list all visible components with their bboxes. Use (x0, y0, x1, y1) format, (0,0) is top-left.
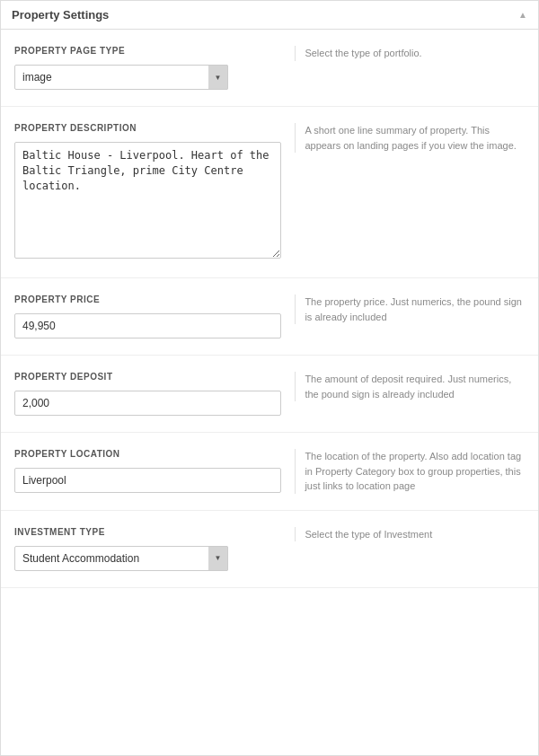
field-left-property-deposit: PROPERTY DEPOSIT (14, 372, 295, 416)
field-description-property-price: The property price. Just numerics, the p… (305, 294, 525, 324)
field-left-property-description: PROPERTY DESCRIPTION (14, 123, 295, 261)
field-right-property-description: A short one line summary of property. Th… (295, 123, 525, 153)
field-description-property-page-type: Select the type of portfolio. (305, 46, 525, 61)
page-container: Property Settings ▲ PROPERTY PAGE TYPEim… (0, 0, 539, 756)
field-label-property-deposit: PROPERTY DEPOSIT (14, 372, 281, 382)
field-row-investment-type: INVESTMENT TYPEStudent AccommodationBuy … (1, 511, 538, 588)
field-right-property-location: The location of the property. Also add l… (295, 449, 525, 494)
field-row-property-description: PROPERTY DESCRIPTIONA short one line sum… (1, 107, 538, 278)
field-right-property-deposit: The amount of deposit required. Just num… (295, 372, 525, 401)
field-right-property-price: The property price. Just numerics, the p… (295, 294, 525, 324)
field-row-property-price: PROPERTY PRICEThe property price. Just n… (1, 278, 538, 356)
select-wrapper-property-page-type: imagevideogallery (14, 65, 228, 90)
select-wrapper-investment-type: Student AccommodationBuy to LetCommercia… (14, 546, 228, 571)
field-description-property-location: The location of the property. Also add l… (305, 449, 525, 494)
field-row-property-location: PROPERTY LOCATIONThe location of the pro… (1, 433, 538, 511)
field-description-property-deposit: The amount of deposit required. Just num… (305, 372, 525, 401)
select-property-page-type[interactable]: imagevideogallery (14, 65, 228, 90)
field-left-property-price: PROPERTY PRICE (14, 294, 295, 338)
input-property-location[interactable] (14, 468, 281, 493)
field-left-property-page-type: PROPERTY PAGE TYPEimagevideogallery (14, 46, 295, 90)
input-property-price[interactable] (14, 313, 281, 338)
select-investment-type[interactable]: Student AccommodationBuy to LetCommercia… (14, 546, 228, 571)
field-right-property-page-type: Select the type of portfolio. (295, 46, 525, 61)
collapse-icon[interactable]: ▲ (518, 10, 527, 20)
field-label-property-price: PROPERTY PRICE (14, 294, 281, 304)
page-header: Property Settings ▲ (1, 1, 538, 30)
field-label-property-page-type: PROPERTY PAGE TYPE (14, 46, 281, 56)
textarea-property-description[interactable] (14, 142, 281, 259)
field-description-property-description: A short one line summary of property. Th… (305, 123, 525, 153)
field-row-property-deposit: PROPERTY DEPOSITThe amount of deposit re… (1, 356, 538, 433)
field-description-investment-type: Select the type of Investment (305, 527, 525, 542)
field-left-investment-type: INVESTMENT TYPEStudent AccommodationBuy … (14, 527, 295, 571)
input-property-deposit[interactable] (14, 391, 281, 416)
field-left-property-location: PROPERTY LOCATION (14, 449, 295, 493)
field-label-property-description: PROPERTY DESCRIPTION (14, 123, 281, 133)
page-title: Property Settings (12, 8, 109, 22)
field-label-property-location: PROPERTY LOCATION (14, 449, 281, 459)
field-right-investment-type: Select the type of Investment (295, 527, 525, 542)
content-area: PROPERTY PAGE TYPEimagevideogallerySelec… (1, 30, 538, 588)
field-label-investment-type: INVESTMENT TYPE (14, 527, 281, 537)
field-row-property-page-type: PROPERTY PAGE TYPEimagevideogallerySelec… (1, 30, 538, 107)
